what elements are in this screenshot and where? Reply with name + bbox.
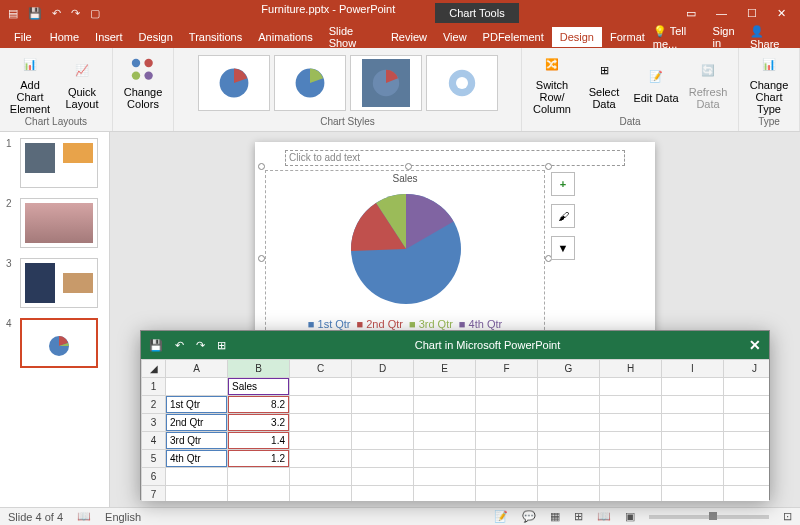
tab-chart-design[interactable]: Design <box>552 27 602 47</box>
cell[interactable] <box>166 468 228 486</box>
cell[interactable]: 1st Qtr <box>166 396 228 414</box>
pie-chart[interactable] <box>266 184 546 314</box>
cell[interactable]: 8.2 <box>228 396 290 414</box>
tab-home[interactable]: Home <box>42 27 87 47</box>
save-icon[interactable]: 💾 <box>28 7 42 20</box>
excel-titlebar[interactable]: 💾 ↶ ↷ ⊞ Chart in Microsoft PowerPoint ✕ <box>141 331 769 359</box>
slide-counter[interactable]: Slide 4 of 4 <box>8 511 63 523</box>
quick-layout-button[interactable]: 📈 Quick Layout <box>58 51 106 115</box>
add-chart-element-button[interactable]: 📊 Add Chart Element <box>6 51 54 115</box>
switch-row-column-button[interactable]: 🔀Switch Row/ Column <box>528 51 576 115</box>
comments-button[interactable]: 💬 <box>522 510 536 523</box>
redo-icon[interactable]: ↷ <box>71 7 80 20</box>
cell[interactable] <box>228 468 290 486</box>
row-header[interactable]: 7 <box>142 486 166 502</box>
change-chart-type-button[interactable]: 📊Change Chart Type <box>745 51 793 115</box>
row-header[interactable]: 5 <box>142 450 166 468</box>
cell[interactable]: 3rd Qtr <box>166 432 228 450</box>
col-header-i[interactable]: I <box>662 360 724 378</box>
tab-design[interactable]: Design <box>131 27 181 47</box>
sign-in[interactable]: Sign in <box>713 25 740 49</box>
chart-style-1[interactable] <box>198 55 270 111</box>
excel-close-icon[interactable]: ✕ <box>749 337 761 353</box>
refresh-data-button: 🔄Refresh Data <box>684 51 732 115</box>
excel-grid[interactable]: ◢ A B C D E F G H I J 1Sales 21st Qtr8.2… <box>141 359 769 501</box>
close-icon[interactable]: ✕ <box>777 7 786 20</box>
cell[interactable]: 2nd Qtr <box>166 414 228 432</box>
maximize-icon[interactable]: ☐ <box>747 7 757 20</box>
tab-review[interactable]: Review <box>383 27 435 47</box>
excel-save-icon[interactable]: 💾 <box>149 339 163 352</box>
reading-view-icon[interactable]: 📖 <box>597 510 611 523</box>
row-header[interactable]: 3 <box>142 414 166 432</box>
col-header-h[interactable]: H <box>600 360 662 378</box>
slide-thumbnail-panel[interactable]: 1 2 3 4 <box>0 132 110 507</box>
tab-pdfelement[interactable]: PDFelement <box>475 27 552 47</box>
cell[interactable]: 1.2 <box>228 450 290 468</box>
tab-file[interactable]: File <box>4 27 42 47</box>
edit-data-button[interactable]: 📝Edit Data <box>632 51 680 115</box>
col-header-b[interactable]: B <box>228 360 290 378</box>
select-data-button[interactable]: ⊞Select Data <box>580 51 628 115</box>
chart-style-4[interactable] <box>426 55 498 111</box>
excel-undo-icon[interactable]: ↶ <box>175 339 184 352</box>
cell[interactable] <box>228 486 290 502</box>
chart-filters-button[interactable]: ▼ <box>551 236 575 260</box>
col-header-f[interactable]: F <box>476 360 538 378</box>
fit-to-window-icon[interactable]: ⊡ <box>783 510 792 523</box>
excel-data-icon[interactable]: ⊞ <box>217 339 226 352</box>
row-header[interactable]: 2 <box>142 396 166 414</box>
chart-styles-button[interactable]: 🖌 <box>551 204 575 228</box>
cell[interactable]: 3.2 <box>228 414 290 432</box>
chart-title[interactable]: Sales <box>266 173 544 184</box>
excel-data-window[interactable]: 💾 ↶ ↷ ⊞ Chart in Microsoft PowerPoint ✕ … <box>140 330 770 500</box>
cell[interactable] <box>166 486 228 502</box>
chart-style-2[interactable] <box>274 55 346 111</box>
spell-check-icon[interactable]: 📖 <box>77 510 91 523</box>
window-menu-icon[interactable]: ▤ <box>8 7 18 20</box>
slide-thumb-3[interactable]: 3 <box>6 258 103 308</box>
cell[interactable] <box>166 378 228 396</box>
chart-elements-button[interactable]: + <box>551 172 575 196</box>
share-button[interactable]: 👤 Share <box>750 25 788 50</box>
tab-transitions[interactable]: Transitions <box>181 27 250 47</box>
zoom-slider[interactable] <box>649 515 769 519</box>
col-header-e[interactable]: E <box>414 360 476 378</box>
cell-b1[interactable]: Sales <box>228 378 290 396</box>
notes-button[interactable]: 📝 <box>494 510 508 523</box>
col-header-j[interactable]: J <box>724 360 770 378</box>
slideshow-view-icon[interactable]: ▣ <box>625 510 635 523</box>
col-header-a[interactable]: A <box>166 360 228 378</box>
slide[interactable]: Click to add text Sales 1st Qtr 2nd Qtr … <box>255 142 655 362</box>
col-header-g[interactable]: G <box>538 360 600 378</box>
normal-view-icon[interactable]: ▦ <box>550 510 560 523</box>
ribbon-options-icon[interactable]: ▭ <box>686 7 696 20</box>
tab-animations[interactable]: Animations <box>250 27 320 47</box>
slide-sorter-icon[interactable]: ⊞ <box>574 510 583 523</box>
change-colors-button[interactable]: Change Colors <box>119 51 167 115</box>
col-header-d[interactable]: D <box>352 360 414 378</box>
minimize-icon[interactable]: — <box>716 7 727 20</box>
chart-object[interactable]: Sales 1st Qtr 2nd Qtr 3rd Qtr 4th Qtr <box>265 170 545 340</box>
chart-style-3[interactable] <box>350 55 422 111</box>
slide-thumb-1[interactable]: 1 <box>6 138 103 188</box>
undo-icon[interactable]: ↶ <box>52 7 61 20</box>
slide-thumb-4[interactable]: 4 <box>6 318 103 368</box>
row-header[interactable]: 6 <box>142 468 166 486</box>
start-from-beginning-icon[interactable]: ▢ <box>90 7 100 20</box>
col-header-c[interactable]: C <box>290 360 352 378</box>
cell[interactable]: 1.4 <box>228 432 290 450</box>
cell[interactable]: 4th Qtr <box>166 450 228 468</box>
tab-view[interactable]: View <box>435 27 475 47</box>
slide-thumb-2[interactable]: 2 <box>6 198 103 248</box>
language-indicator[interactable]: English <box>105 511 141 523</box>
row-header[interactable]: 4 <box>142 432 166 450</box>
tab-chart-format[interactable]: Format <box>602 27 653 47</box>
title-placeholder[interactable]: Click to add text <box>285 150 625 166</box>
excel-redo-icon[interactable]: ↷ <box>196 339 205 352</box>
tab-insert[interactable]: Insert <box>87 27 131 47</box>
tell-me[interactable]: 💡 Tell me... <box>653 25 703 50</box>
chart-legend[interactable]: 1st Qtr 2nd Qtr 3rd Qtr 4th Qtr <box>266 318 544 330</box>
select-all-cell[interactable]: ◢ <box>142 360 166 378</box>
row-header[interactable]: 1 <box>142 378 166 396</box>
